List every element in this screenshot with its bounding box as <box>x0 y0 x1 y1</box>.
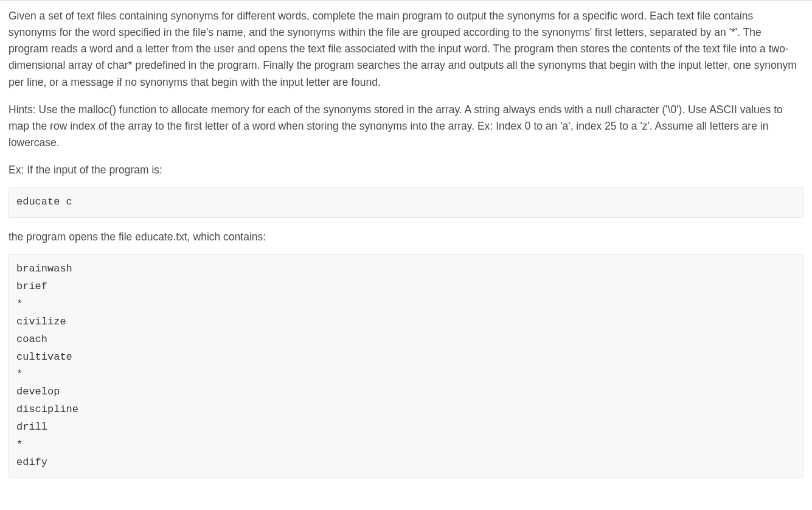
document-page: Given a set of text files containing syn… <box>0 0 812 510</box>
codeblock-file-contents: brainwash brief * civilize coach cultiva… <box>9 254 803 478</box>
codeblock-input-example: educate c <box>9 187 803 218</box>
paragraph-file-opens: the program opens the file educate.txt, … <box>9 229 803 245</box>
paragraph-intro: Given a set of text files containing syn… <box>9 8 803 91</box>
paragraph-example-prompt: Ex: If the input of the program is: <box>9 162 803 178</box>
paragraph-hints: Hints: Use the malloc() function to allo… <box>9 102 803 151</box>
